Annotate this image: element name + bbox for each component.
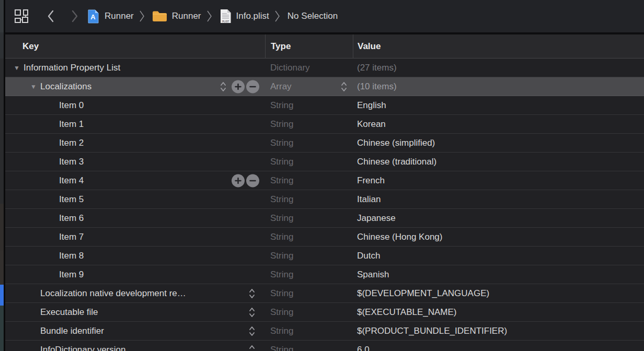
table-row[interactable]: ▼ Information Property List Dictionary <box>5 58 644 77</box>
key-cell[interactable]: ▼ Item 5 <box>5 190 265 208</box>
value-cell[interactable]: Chinese (Hong Kong) <box>353 228 644 246</box>
key-cell[interactable]: ▼ Item 9 <box>5 265 265 284</box>
table-row[interactable]: ▼ Item 1 String Korean <box>5 115 644 134</box>
type-cell[interactable]: String <box>265 171 353 190</box>
value-cell[interactable]: (10 items) <box>353 77 644 96</box>
key-cell[interactable]: ▼ Item 1 <box>5 115 265 133</box>
key-cell[interactable]: ▼ Item 2 <box>5 134 265 152</box>
key-type-stepper[interactable] <box>248 325 256 337</box>
disclosure-triangle-icon[interactable]: ▼ <box>13 65 20 71</box>
type-cell[interactable]: String <box>265 303 353 321</box>
key-cell[interactable]: ▼ Information Property List <box>5 58 265 77</box>
table-row[interactable]: ▼ Executable file String $(EXE <box>5 303 644 322</box>
type-cell[interactable]: String <box>265 284 353 302</box>
remove-item-button[interactable] <box>246 80 259 93</box>
value-cell[interactable]: 6.0 <box>353 341 644 351</box>
table-row[interactable]: ▼ Item 3 String Chinese (tradi <box>5 153 644 171</box>
key-cell[interactable]: ▼ Item 6 <box>5 209 265 227</box>
breadcrumb-label: No Selection <box>288 11 338 21</box>
plist-table-body: ▼ Information Property List Dictionary <box>5 58 644 351</box>
remove-item-button[interactable] <box>246 174 259 187</box>
value-cell[interactable]: Spanish <box>353 265 644 284</box>
key-label: Item 7 <box>59 232 84 242</box>
breadcrumb-selection[interactable]: No Selection <box>288 11 338 21</box>
value-type-stepper[interactable] <box>340 80 348 93</box>
column-header-key[interactable]: Key <box>5 34 265 58</box>
breadcrumb-separator-icon <box>206 9 212 23</box>
column-header-value[interactable]: Value <box>353 34 644 58</box>
key-cell[interactable]: ▼ Item 0 <box>5 96 265 114</box>
chevron-right-icon <box>70 9 79 24</box>
table-row[interactable]: ▼ Localization native development re… St… <box>5 284 644 303</box>
type-cell[interactable]: String <box>265 228 353 246</box>
value-cell[interactable]: $(DEVELOPMENT_LANGUAGE) <box>353 284 644 302</box>
add-item-button[interactable] <box>232 80 245 93</box>
key-cell[interactable]: ▼ Item 4 <box>5 171 265 190</box>
key-cell[interactable]: ▼ Localizations <box>5 77 265 96</box>
value-cell[interactable]: Japanese <box>353 209 644 227</box>
key-cell[interactable]: ▼ InfoDictionary version <box>5 341 265 351</box>
key-cell[interactable]: ▼ Executable file <box>5 303 265 321</box>
type-cell[interactable]: Dictionary <box>265 58 353 77</box>
value-cell[interactable]: $(EXECUTABLE_NAME) <box>353 303 644 321</box>
key-label: Localization native development re… <box>40 288 186 299</box>
table-row[interactable]: ▼ Item 8 String Dutch <box>5 247 644 265</box>
value-cell[interactable]: English <box>353 96 644 114</box>
type-cell[interactable]: String <box>265 341 353 351</box>
key-type-stepper[interactable] <box>248 306 256 319</box>
key-type-stepper[interactable] <box>220 80 227 93</box>
type-label: String <box>270 326 293 336</box>
key-cell[interactable]: ▼ Item 8 <box>5 247 265 265</box>
value-cell[interactable]: French <box>353 171 644 190</box>
related-items-icon <box>14 8 29 24</box>
type-cell[interactable]: String <box>265 96 353 114</box>
value-cell[interactable]: (27 items) <box>353 58 644 77</box>
table-row[interactable]: ▼ Item 7 String Chinese (Hong <box>5 228 644 247</box>
value-cell[interactable]: $(PRODUCT_BUNDLE_IDENTIFIER) <box>353 322 644 340</box>
table-row[interactable]: ▼ InfoDictionary version String <box>5 341 644 351</box>
table-row[interactable]: ▼ Item 6 String Japanese <box>5 209 644 228</box>
type-cell[interactable]: String <box>265 209 353 227</box>
key-type-stepper[interactable] <box>248 344 256 351</box>
add-item-button[interactable] <box>232 174 245 187</box>
key-cell[interactable]: ▼ Bundle identifier <box>5 322 265 340</box>
value-cell[interactable]: Chinese (traditional) <box>353 153 644 171</box>
table-row[interactable]: ▼ Item 0 String English <box>5 96 644 115</box>
table-row[interactable]: ▼ Item 4 String French <box>5 171 644 190</box>
type-cell[interactable]: Array <box>265 77 353 96</box>
key-label: Localizations <box>40 81 91 92</box>
type-cell[interactable]: String <box>265 115 353 133</box>
value-label: Japanese <box>357 213 396 224</box>
key-label: InfoDictionary version <box>40 345 125 351</box>
key-cell[interactable]: ▼ Item 7 <box>5 228 265 246</box>
go-forward-button[interactable] <box>67 7 83 25</box>
breadcrumb-project[interactable]: A Runner <box>87 9 134 24</box>
go-back-button[interactable] <box>43 7 59 25</box>
breadcrumb-file[interactable]: PLIST Info.plist <box>220 9 269 24</box>
table-row[interactable]: ▼ Item 9 String Spanish <box>5 265 644 284</box>
value-cell[interactable]: Dutch <box>353 247 644 265</box>
type-cell[interactable]: String <box>265 190 353 208</box>
related-items-button[interactable] <box>13 7 30 25</box>
type-cell[interactable]: String <box>265 265 353 284</box>
table-row[interactable]: ▼ Item 2 String Chinese (simpl <box>5 134 644 153</box>
table-row[interactable]: ▼ Localizations Array (10 item <box>5 77 644 96</box>
type-cell[interactable]: String <box>265 153 353 171</box>
type-cell[interactable]: String <box>265 134 353 152</box>
value-cell[interactable]: Italian <box>353 190 644 208</box>
disclosure-triangle-icon[interactable]: ▼ <box>30 84 37 90</box>
table-row[interactable]: ▼ Item 5 String Italian <box>5 190 644 209</box>
type-cell[interactable]: String <box>265 247 353 265</box>
key-cell[interactable]: ▼ Item 3 <box>5 153 265 171</box>
value-label: Italian <box>357 194 381 205</box>
breadcrumb-group[interactable]: Runner <box>152 10 201 22</box>
key-label: Bundle identifier <box>40 326 104 336</box>
type-cell[interactable]: String <box>265 322 353 340</box>
table-row[interactable]: ▼ Bundle identifier String $(P <box>5 322 644 341</box>
value-cell[interactable]: Korean <box>353 115 644 133</box>
value-cell[interactable]: Chinese (simplified) <box>353 134 644 152</box>
key-type-stepper[interactable] <box>248 287 256 300</box>
chevron-left-icon <box>46 9 55 24</box>
column-header-type[interactable]: Type <box>265 34 353 58</box>
key-cell[interactable]: ▼ Localization native development re… <box>5 284 265 302</box>
